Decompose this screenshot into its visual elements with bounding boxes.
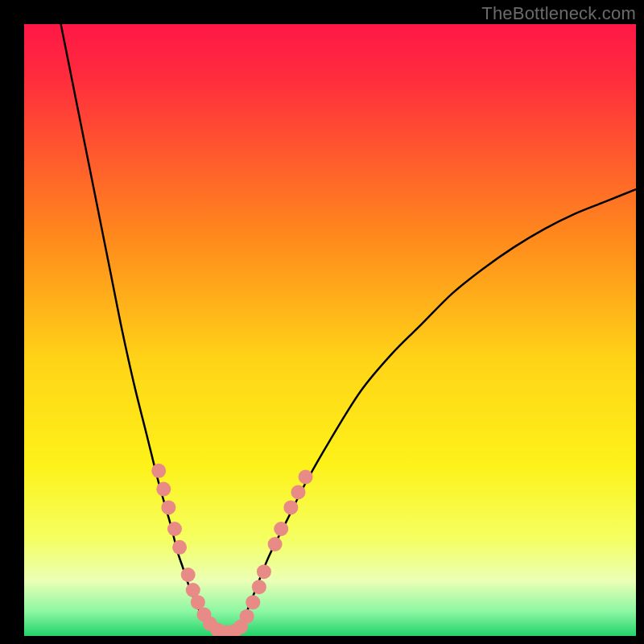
data-marker [268, 537, 283, 551]
chart-overlay [24, 24, 636, 636]
data-marker [240, 609, 254, 624]
chart-frame: TheBottleneck.com [0, 0, 644, 644]
data-marker [274, 522, 288, 536]
data-marker [283, 500, 298, 514]
data-marker [252, 580, 266, 594]
plot-area [24, 24, 636, 636]
watermark-label: TheBottleneck.com [481, 3, 636, 24]
data-marker [257, 564, 271, 579]
data-marker [167, 522, 182, 536]
data-marker [161, 500, 175, 514]
data-marker [156, 482, 171, 497]
bottleneck-curve [61, 24, 636, 634]
data-marker [291, 485, 305, 499]
data-marker [299, 469, 313, 484]
data-marker [246, 595, 260, 609]
data-marker [151, 464, 166, 478]
data-marker [172, 540, 187, 555]
data-marker [181, 568, 196, 582]
